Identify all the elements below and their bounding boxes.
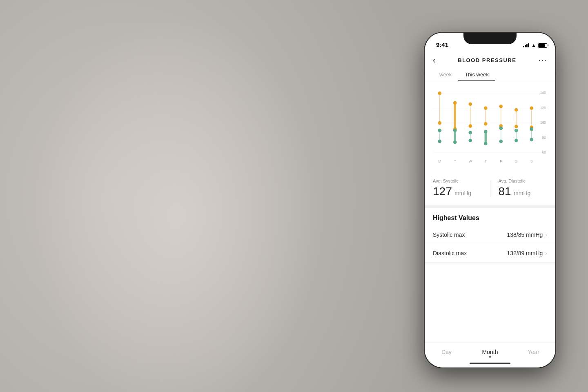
app-screen: ‹ BLOOD PRESSURE ··· week This week xyxy=(425,51,555,368)
svg-text:T: T xyxy=(454,159,457,163)
svg-text:80: 80 xyxy=(542,136,546,140)
svg-point-24 xyxy=(469,102,472,106)
highest-values-section: Highest Values xyxy=(425,208,555,226)
battery-icon xyxy=(538,43,547,48)
tab-month[interactable]: Month xyxy=(468,343,512,359)
chart-svg: 140 120 100 80 60 M T W xyxy=(429,87,551,169)
status-time: 9:41 xyxy=(436,36,448,48)
svg-point-25 xyxy=(469,124,472,128)
status-icons: ▲ xyxy=(523,37,547,48)
systolic-stat: Avg. Systolic 127 mmHg xyxy=(433,178,482,198)
svg-text:140: 140 xyxy=(540,91,546,95)
svg-text:M: M xyxy=(438,159,441,163)
svg-point-55 xyxy=(514,139,518,143)
chevron-right-icon: › xyxy=(545,232,547,238)
systolic-max-value-group: 138/85 mmHg › xyxy=(507,232,547,238)
svg-point-40 xyxy=(438,140,442,143)
svg-point-34 xyxy=(514,125,518,128)
svg-point-42 xyxy=(453,129,457,132)
blood-pressure-chart: 140 120 100 80 60 M T W xyxy=(425,81,555,171)
svg-text:100: 100 xyxy=(540,120,546,125)
svg-point-58 xyxy=(530,138,534,142)
phone-notch xyxy=(463,33,517,44)
diastolic-label: Avg. Diastolic xyxy=(499,178,548,183)
signal-icon xyxy=(523,43,529,47)
systolic-unit: mmHg xyxy=(454,190,471,196)
bottom-tabs: Day Month Year xyxy=(425,343,555,359)
svg-point-43 xyxy=(453,140,457,144)
svg-point-48 xyxy=(484,130,488,134)
svg-point-21 xyxy=(453,101,457,105)
more-button[interactable]: ··· xyxy=(539,56,547,65)
systolic-label: Avg. Systolic xyxy=(433,178,482,183)
svg-point-52 xyxy=(499,140,503,143)
svg-point-18 xyxy=(438,91,442,95)
svg-text:S: S xyxy=(530,159,533,163)
section-title: Highest Values xyxy=(433,214,479,221)
diastolic-unit: mmHg xyxy=(514,190,530,196)
chevron-right-icon-2: › xyxy=(545,250,547,256)
wifi-icon: ▲ xyxy=(531,42,536,48)
svg-point-51 xyxy=(499,127,503,130)
svg-text:S: S xyxy=(515,159,517,163)
svg-point-36 xyxy=(530,106,534,110)
svg-text:T: T xyxy=(485,159,487,163)
svg-point-39 xyxy=(438,129,442,132)
svg-point-54 xyxy=(514,129,518,132)
page-title: BLOOD PRESSURE xyxy=(458,57,516,63)
systolic-max-value: 138/85 mmHg xyxy=(507,232,543,238)
svg-text:120: 120 xyxy=(540,106,546,110)
tabs-row: week This week xyxy=(425,68,555,81)
systolic-value-row: 127 mmHg xyxy=(433,185,482,198)
svg-point-46 xyxy=(469,139,472,143)
svg-point-49 xyxy=(484,142,488,145)
diastolic-max-row[interactable]: Diastolic max 132/89 mmHg › xyxy=(425,244,555,263)
tab-this-week[interactable]: This week xyxy=(458,68,495,81)
diastolic-stat: Avg. Diastolic 81 mmHg xyxy=(499,178,548,198)
systolic-value: 127 xyxy=(433,185,452,198)
tab-day[interactable]: Day xyxy=(425,343,468,359)
systolic-max-label: Systolic max xyxy=(433,232,465,238)
diastolic-max-value-group: 132/89 mmHg › xyxy=(507,250,547,256)
diastolic-value: 81 xyxy=(499,185,511,198)
diastolic-max-label: Diastolic max xyxy=(433,250,467,256)
phone-screen: 9:41 ▲ xyxy=(425,33,555,368)
svg-text:F: F xyxy=(500,159,502,163)
diastolic-max-value: 132/89 mmHg xyxy=(507,250,543,256)
stats-section: Avg. Systolic 127 mmHg Avg. Diastolic 81… xyxy=(425,171,555,208)
tab-year[interactable]: Year xyxy=(512,343,555,359)
svg-point-28 xyxy=(484,122,488,126)
phone-device: 9:41 ▲ xyxy=(425,33,555,368)
app-header: ‹ BLOOD PRESSURE ··· xyxy=(425,51,555,68)
back-button[interactable]: ‹ xyxy=(433,56,436,65)
home-indicator xyxy=(425,359,555,368)
svg-text:60: 60 xyxy=(542,150,546,154)
diastolic-value-row: 81 mmHg xyxy=(499,185,548,198)
svg-point-19 xyxy=(438,121,442,125)
svg-point-57 xyxy=(530,127,534,131)
svg-text:W: W xyxy=(469,159,472,163)
svg-point-45 xyxy=(469,131,472,134)
stats-divider xyxy=(490,180,490,196)
systolic-max-row[interactable]: Systolic max 138/85 mmHg › xyxy=(425,226,555,244)
svg-point-27 xyxy=(484,106,488,110)
svg-point-30 xyxy=(499,105,503,108)
svg-point-33 xyxy=(514,108,518,112)
tab-week[interactable]: week xyxy=(433,68,458,81)
